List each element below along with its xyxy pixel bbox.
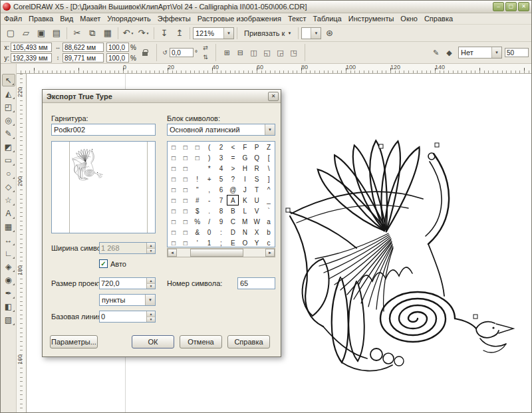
project-size-input[interactable] xyxy=(100,278,146,289)
charmap-cell[interactable]: & xyxy=(192,227,203,237)
connector-tool[interactable]: ∟ xyxy=(2,247,15,259)
zoom-tool[interactable]: ◎ xyxy=(2,114,15,126)
menu-item[interactable]: Окно xyxy=(397,14,421,23)
charmap-cell[interactable]: □ xyxy=(180,184,192,195)
charmap-cell[interactable]: V xyxy=(251,206,263,216)
import-icon[interactable]: ↧ xyxy=(157,27,172,40)
charmap-cell[interactable]: □ xyxy=(168,152,180,163)
outline-pen-icon[interactable]: ✎ xyxy=(430,47,442,59)
chevron-down-icon[interactable]: ▼ xyxy=(311,28,321,39)
menu-item[interactable]: Правка xyxy=(25,14,57,23)
charmap-cell[interactable]: □ xyxy=(180,227,192,237)
mirror-horizontal-button[interactable]: ⇄ xyxy=(200,44,211,53)
charmap-cell[interactable]: R xyxy=(251,163,263,174)
freehand-tool[interactable]: ✎ xyxy=(2,127,15,140)
charmap-cell[interactable]: □ xyxy=(168,237,180,248)
spin-down-icon[interactable]: ▼ xyxy=(147,317,155,323)
charmap-cell[interactable]: S xyxy=(251,174,263,184)
new-document-icon[interactable]: ▢ xyxy=(3,27,18,40)
charmap-cell[interactable]: 2 xyxy=(215,142,227,152)
smart-fill-tool[interactable]: ◩ xyxy=(2,140,15,153)
baseline-field[interactable]: ▲ ▼ xyxy=(99,311,156,323)
charmap-cell[interactable]: = xyxy=(227,152,239,163)
calligraphic-bird-drawing[interactable] xyxy=(277,126,529,385)
toolbar-combo[interactable]: ▼ xyxy=(301,27,321,39)
charmap-cell[interactable]: > xyxy=(227,163,239,174)
charmap-cell[interactable]: □ xyxy=(180,142,192,152)
group-icon[interactable]: ⊟ xyxy=(234,47,247,59)
snap-to-button[interactable]: Привязать к ▼ xyxy=(240,27,295,40)
baseline-input[interactable] xyxy=(100,311,146,322)
auto-checkbox-row[interactable]: ✓ Авто xyxy=(99,259,126,268)
charmap-cell[interactable]: [ xyxy=(263,152,275,163)
crop-tool[interactable]: ◰ xyxy=(2,100,15,113)
outline-pen-tool[interactable]: ✒ xyxy=(2,287,15,299)
trim-icon[interactable]: ◲ xyxy=(274,47,287,59)
dimension-tool[interactable]: ↔ xyxy=(2,233,15,246)
menu-item[interactable]: Таблица xyxy=(310,14,345,23)
menu-item[interactable]: Файл xyxy=(1,14,25,23)
menu-item[interactable]: Макет xyxy=(76,14,104,23)
charmap-cell[interactable]: □ xyxy=(180,163,192,174)
charmap-cell[interactable]: B xyxy=(227,206,239,216)
rectangle-tool[interactable]: ▭ xyxy=(2,154,15,166)
zoom-level-combo[interactable]: 121% ▼ xyxy=(193,27,234,39)
scale-vertical-field[interactable] xyxy=(106,53,129,63)
menu-item[interactable]: Упорядочить xyxy=(104,14,154,23)
charmap-cell[interactable]: \ xyxy=(263,163,275,174)
charmap-cell[interactable]: / xyxy=(203,216,215,227)
rotation-angle-field[interactable] xyxy=(170,48,194,57)
close-button[interactable]: ✕ xyxy=(518,2,529,11)
mirror-vertical-button[interactable]: ⇅ xyxy=(200,53,211,62)
combine-icon[interactable]: ◫ xyxy=(247,47,260,59)
charmap-cell[interactable]: c xyxy=(263,237,275,248)
charmap-cell[interactable]: - xyxy=(203,195,215,206)
export-icon[interactable]: ↥ xyxy=(172,27,187,40)
copy-icon[interactable]: ⧉ xyxy=(85,27,100,40)
basic-shapes-tool[interactable]: ☆ xyxy=(2,194,15,206)
charmap-cell[interactable]: U xyxy=(251,195,263,206)
charmap-cell[interactable]: I xyxy=(239,174,251,184)
menu-item[interactable]: Эффекты xyxy=(154,14,194,23)
charmap-cell[interactable]: G xyxy=(239,152,251,163)
eyedropper-tool[interactable]: ◉ xyxy=(2,273,15,286)
charmap-cell[interactable]: 4 xyxy=(215,163,227,174)
menu-item[interactable]: Растровые изображения xyxy=(194,14,285,23)
charmap-cell[interactable]: # xyxy=(192,195,203,206)
ellipse-tool[interactable]: ○ xyxy=(2,167,15,180)
charmap-cell[interactable]: , xyxy=(203,184,215,195)
charmap-cell[interactable]: □ xyxy=(192,142,203,152)
chevron-down-icon[interactable]: ▼ xyxy=(145,295,155,305)
order-icon[interactable]: ⊞ xyxy=(221,47,233,59)
charmap-cell[interactable]: □ xyxy=(180,152,192,163)
project-size-field[interactable]: ▲ ▼ xyxy=(99,277,156,289)
charmap-cell[interactable]: Y xyxy=(251,237,263,248)
save-icon[interactable]: ▣ xyxy=(34,27,49,40)
charmap-cell[interactable]: ! xyxy=(192,174,203,184)
charmap-cell[interactable]: H xyxy=(239,163,251,174)
charmap-cell[interactable]: a xyxy=(263,216,275,227)
undo-button[interactable]: ↶▼ xyxy=(121,27,136,40)
charmap-cell[interactable]: D xyxy=(227,227,239,237)
outline-width-combo[interactable]: Нет ▼ xyxy=(458,47,502,59)
charmap-cell[interactable]: O xyxy=(239,237,251,248)
charmap-cell[interactable]: □ xyxy=(168,195,180,206)
charmap-cell[interactable]: : xyxy=(215,227,227,237)
charmap-cell[interactable]: M xyxy=(239,216,251,227)
maximize-button[interactable]: ▢ xyxy=(505,2,517,11)
scroll-left-icon[interactable]: ◄ xyxy=(168,249,177,257)
dialog-titlebar[interactable]: Экспорт True Type xyxy=(43,90,281,103)
y-position-field[interactable] xyxy=(11,53,52,63)
fill-color-icon[interactable]: ◆ xyxy=(443,47,456,59)
cut-icon[interactable]: ✂ xyxy=(70,27,84,40)
chevron-down-icon[interactable]: ▼ xyxy=(223,28,233,39)
menu-item[interactable]: Инструменты xyxy=(345,14,398,23)
charmap-cell[interactable]: J xyxy=(239,184,251,195)
x-position-field[interactable] xyxy=(11,43,52,52)
ok-button[interactable]: ОК xyxy=(132,335,174,348)
charmap-cell[interactable]: □ xyxy=(192,152,203,163)
charmap-cell[interactable]: □ xyxy=(168,163,180,174)
charmap-cell[interactable]: _ xyxy=(263,195,275,206)
parameters-button[interactable]: Параметры... xyxy=(50,335,98,348)
charmap-cell[interactable]: 1 xyxy=(203,237,215,248)
